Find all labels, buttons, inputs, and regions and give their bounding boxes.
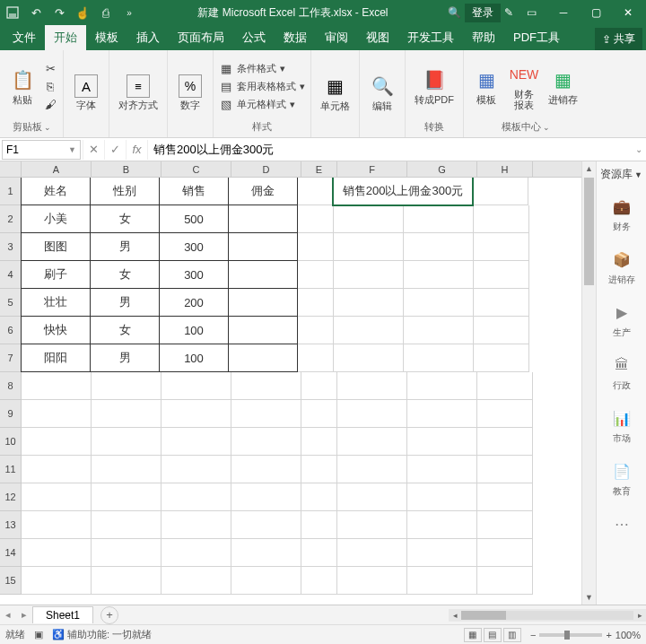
cells-button[interactable]: ▦ 单元格 xyxy=(317,72,354,113)
save-icon[interactable] xyxy=(4,4,22,22)
column-header[interactable]: F xyxy=(337,161,407,177)
cell[interactable] xyxy=(92,511,162,539)
cell[interactable] xyxy=(231,511,301,539)
row-header[interactable]: 11 xyxy=(0,456,22,483)
cell[interactable]: 100 xyxy=(159,344,229,372)
cell[interactable] xyxy=(301,483,337,511)
undo-icon[interactable]: ↶ xyxy=(27,4,45,22)
cell[interactable] xyxy=(337,539,407,567)
tab-dev[interactable]: 开发工具 xyxy=(398,25,463,50)
cell[interactable] xyxy=(407,372,477,400)
cell[interactable]: 快快 xyxy=(21,316,91,344)
cell[interactable] xyxy=(301,539,337,567)
cell[interactable] xyxy=(92,456,162,483)
cell[interactable]: 壮壮 xyxy=(21,288,91,317)
redo-icon[interactable]: ↷ xyxy=(50,4,68,22)
sidebar-item[interactable]: ▶生产 xyxy=(597,293,646,346)
sidebar-title[interactable]: 资源库▼ xyxy=(597,161,646,187)
cell[interactable] xyxy=(231,428,301,456)
cell[interactable] xyxy=(477,539,533,567)
name-box[interactable]: F1 ▼ xyxy=(2,140,81,160)
cell[interactable] xyxy=(228,316,298,344)
cell[interactable]: 男 xyxy=(90,232,160,261)
cell[interactable]: 男 xyxy=(90,288,160,317)
cell[interactable] xyxy=(162,539,231,567)
cell[interactable] xyxy=(337,567,407,595)
horizontal-scrollbar[interactable]: ◂ ▸ xyxy=(449,609,646,622)
cell[interactable] xyxy=(301,372,337,400)
cell[interactable]: 阳阳 xyxy=(21,344,91,372)
cell[interactable] xyxy=(301,511,337,539)
zoom-in-icon[interactable]: + xyxy=(606,630,611,640)
cell[interactable] xyxy=(334,289,404,317)
cell[interactable] xyxy=(298,317,334,344)
cell[interactable] xyxy=(404,344,474,372)
cell[interactable] xyxy=(337,372,407,400)
cell[interactable]: 女 xyxy=(90,316,160,344)
row-header[interactable]: 2 xyxy=(0,205,22,233)
row-header[interactable]: 9 xyxy=(0,400,22,428)
cell[interactable] xyxy=(231,372,301,400)
cell[interactable]: 300 xyxy=(159,232,229,261)
cell[interactable] xyxy=(334,344,404,372)
cell[interactable] xyxy=(298,289,334,317)
cell[interactable] xyxy=(298,178,334,205)
row-header[interactable]: 14 xyxy=(0,539,22,567)
cell[interactable] xyxy=(92,539,162,567)
tab-review[interactable]: 审阅 xyxy=(316,25,357,50)
cell[interactable] xyxy=(231,567,301,595)
cell[interactable] xyxy=(407,539,477,567)
cell[interactable] xyxy=(477,456,533,483)
cell[interactable] xyxy=(404,261,474,289)
view-pagebreak-icon[interactable]: ▥ xyxy=(503,628,521,642)
tab-insert[interactable]: 插入 xyxy=(127,25,169,50)
cell[interactable] xyxy=(22,539,92,567)
cell[interactable] xyxy=(162,400,231,428)
cell[interactable] xyxy=(92,428,162,456)
table-format-button[interactable]: ▤套用表格格式 ▾ xyxy=(219,78,305,94)
convert-pdf-button[interactable]: 📕 转成PDF xyxy=(411,65,458,107)
cell[interactable] xyxy=(298,205,334,233)
view-normal-icon[interactable]: ▦ xyxy=(464,628,482,642)
tab-view[interactable]: 视图 xyxy=(357,25,398,50)
scroll-left-icon[interactable]: ◂ xyxy=(449,611,461,620)
column-header[interactable]: H xyxy=(477,161,533,177)
sheet-tab[interactable]: Sheet1 xyxy=(32,606,93,623)
cell[interactable]: 500 xyxy=(159,205,229,233)
cell[interactable]: 佣金 xyxy=(228,178,298,205)
cell[interactable] xyxy=(474,205,529,233)
editing-button[interactable]: 🔍 编辑 xyxy=(365,72,399,113)
number-button[interactable]: % 数字 xyxy=(173,73,207,112)
record-macro-icon[interactable]: ▣ xyxy=(34,629,43,640)
cell[interactable] xyxy=(337,400,407,428)
sidebar-item[interactable]: 📄教育 xyxy=(597,452,646,505)
view-layout-icon[interactable]: ▤ xyxy=(484,628,502,642)
row-header[interactable]: 13 xyxy=(0,511,22,539)
cell[interactable] xyxy=(228,260,298,289)
cell[interactable]: 200 xyxy=(159,288,229,317)
cell[interactable] xyxy=(162,511,231,539)
cell[interactable] xyxy=(301,567,337,595)
cell[interactable] xyxy=(407,511,477,539)
template-button[interactable]: ▦ 模板 xyxy=(469,65,503,107)
zoom-level[interactable]: 100% xyxy=(615,630,641,640)
copy-button[interactable]: ⎘ xyxy=(43,78,57,94)
add-sheet-button[interactable]: + xyxy=(100,606,118,624)
row-header[interactable]: 4 xyxy=(0,261,22,289)
cell[interactable] xyxy=(231,539,301,567)
sheet-nav-prev[interactable]: ◂ xyxy=(0,609,16,621)
scroll-right-icon[interactable]: ▸ xyxy=(633,611,646,620)
cell[interactable] xyxy=(477,567,533,595)
cell[interactable]: 女 xyxy=(90,260,160,289)
column-header[interactable]: G xyxy=(407,161,477,177)
cell[interactable]: 性别 xyxy=(90,178,160,205)
fx-icon[interactable]: fx xyxy=(126,140,147,160)
cell[interactable]: 100 xyxy=(159,316,229,344)
cell[interactable] xyxy=(407,428,477,456)
align-button[interactable]: ≡ 对齐方式 xyxy=(115,73,162,112)
cell[interactable] xyxy=(407,400,477,428)
zoom-slider[interactable] xyxy=(539,633,602,637)
search-icon[interactable]: 🔍 xyxy=(448,6,461,19)
login-button[interactable]: 登录 xyxy=(465,4,501,22)
confirm-formula-icon[interactable]: ✓ xyxy=(104,140,126,160)
